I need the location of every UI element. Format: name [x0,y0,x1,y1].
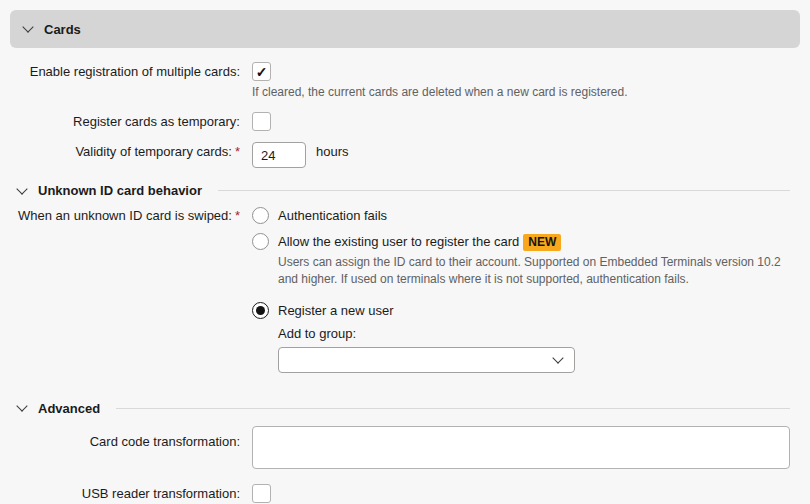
validity-label: Validity of temporary cards: [75,144,232,159]
multiple-cards-checkbox[interactable]: ✓ [252,62,271,81]
usb-reader-checkbox[interactable] [252,484,271,503]
row-validity: Validity of temporary cards:* hours [0,142,810,168]
add-to-group-select[interactable] [278,347,575,373]
section-header-advanced[interactable]: Advanced [18,401,790,416]
row-multiple-cards: Enable registration of multiple cards: ✓… [0,62,810,99]
section-title-cards: Cards [44,22,81,37]
validity-unit: hours [316,142,349,168]
swiped-label: When an unknown ID card is swiped: [18,208,232,223]
radio-option-authentication-fails[interactable]: Authentication fails [252,206,790,224]
radio-selected-icon[interactable] [252,302,269,319]
row-unknown-id-swiped: When an unknown ID card is swiped:* Auth… [0,206,810,373]
section-title-advanced: Advanced [38,401,100,416]
card-code-label: Card code transformation: [10,426,252,449]
row-card-code-transformation: Card code transformation: [0,426,810,472]
section-title-unknown-id: Unknown ID card behavior [38,183,202,198]
card-code-textarea[interactable] [252,426,790,469]
chevron-down-icon [552,353,563,364]
radio-icon[interactable] [252,233,269,250]
required-asterisk: * [235,144,240,159]
section-divider [218,190,790,191]
section-divider [116,408,790,409]
row-usb-reader-transformation: USB reader transformation: [0,484,810,504]
multiple-cards-label: Enable registration of multiple cards: [10,62,252,79]
allow-existing-user-description: Users can assign the ID card to their ac… [278,254,790,289]
temporary-cards-checkbox[interactable] [252,112,271,131]
usb-reader-label: USB reader transformation: [10,484,252,501]
section-header-cards[interactable]: Cards [10,10,800,48]
temporary-cards-label: Register cards as temporary: [10,112,252,129]
chevron-down-icon [16,401,27,412]
radio-label: Authentication fails [278,206,387,223]
add-to-group-label: Add to group: [278,326,790,341]
validity-input[interactable] [252,142,306,168]
radio-label: Register a new user [278,301,394,318]
chevron-down-icon [16,183,27,194]
multiple-cards-help: If cleared, the current cards are delete… [252,85,790,99]
row-temporary-cards: Register cards as temporary: [0,112,810,134]
required-asterisk: * [235,208,240,223]
radio-icon[interactable] [252,207,269,224]
section-header-unknown-id[interactable]: Unknown ID card behavior [18,183,790,198]
chevron-down-icon [22,21,33,32]
radio-option-allow-existing-user[interactable]: Allow the existing user to register the … [252,232,790,251]
radio-label: Allow the existing user to register the … [278,234,519,249]
radio-option-register-new-user[interactable]: Register a new user [252,301,790,319]
new-badge: NEW [523,234,561,251]
